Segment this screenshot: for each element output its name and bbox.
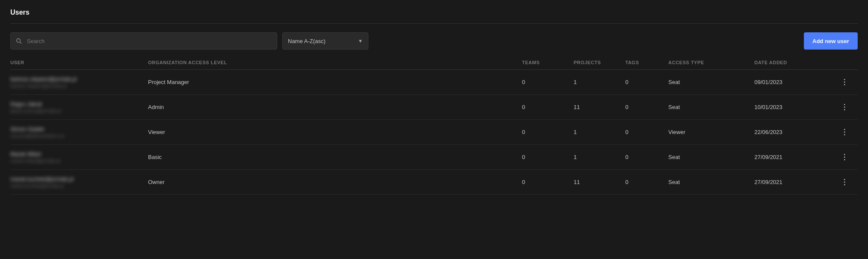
add-new-user-button[interactable]: Add new user: [804, 32, 858, 50]
date-added-cell: 27/09/2021: [754, 179, 840, 185]
date-added-cell: 10/01/2023: [754, 104, 840, 110]
user-cell: Degru Jakub jakub.czarny@jornlab.pl: [10, 101, 148, 113]
row-actions: [840, 127, 858, 137]
sort-dropdown[interactable]: Name A-Z(asc) ▼: [282, 32, 368, 50]
ellipsis-vertical-icon: [844, 129, 845, 135]
table-header: USER ORGANIZATION ACCESS LEVEL TEAMS PRO…: [10, 60, 858, 70]
teams-cell: 0: [522, 129, 574, 135]
org-access-cell: Owner: [148, 179, 522, 185]
col-teams: TEAMS: [522, 60, 574, 65]
tags-cell: 0: [625, 179, 668, 185]
tags-cell: 0: [625, 129, 668, 135]
user-cell: bartosz.stepien@jornlab.pl bartosz.stepi…: [10, 76, 148, 88]
col-access-type: ACCESS TYPE: [668, 60, 754, 65]
teams-cell: 0: [522, 179, 574, 185]
date-added-cell: 27/09/2021: [754, 154, 840, 160]
table-row: Degru Jakub jakub.czarny@jornlab.pl Admi…: [10, 95, 858, 120]
projects-cell: 1: [574, 79, 625, 85]
projects-cell: 11: [574, 104, 625, 110]
more-options-button[interactable]: [840, 127, 849, 137]
date-added-cell: 09/01/2023: [754, 79, 840, 85]
search-icon: [16, 38, 22, 44]
row-actions: [840, 152, 858, 162]
projects-cell: 11: [574, 179, 625, 185]
ellipsis-vertical-icon: [844, 154, 845, 160]
user-email: marek.kuchek@jornlab.pl: [10, 183, 148, 188]
more-options-button[interactable]: [840, 77, 849, 87]
user-email: szymon@kilimandżaro.us: [10, 133, 148, 138]
org-access-cell: Admin: [148, 104, 522, 110]
ellipsis-vertical-icon: [844, 104, 845, 110]
search-wrapper: [10, 32, 277, 50]
row-actions: [840, 102, 858, 112]
user-name: marek.kuchek@jornlab.pl: [10, 176, 148, 182]
access-type-cell: Viewer: [668, 129, 754, 135]
col-date-added: DATE ADDED: [754, 60, 840, 65]
more-options-button[interactable]: [840, 152, 849, 162]
access-type-cell: Seat: [668, 104, 754, 110]
teams-cell: 0: [522, 79, 574, 85]
col-user: USER: [10, 60, 148, 65]
user-email: jakub.czarny@jornlab.pl: [10, 108, 148, 113]
access-type-cell: Seat: [668, 179, 754, 185]
table-body: bartosz.stepien@jornlab.pl bartosz.stepi…: [10, 70, 858, 195]
svg-line-1: [20, 42, 21, 43]
org-access-cell: Viewer: [148, 129, 522, 135]
user-email: marek.milart@jornlab.pl: [10, 158, 148, 163]
user-cell: marek.kuchek@jornlab.pl marek.kuchek@jor…: [10, 176, 148, 188]
access-type-cell: Seat: [668, 79, 754, 85]
teams-cell: 0: [522, 104, 574, 110]
more-options-button[interactable]: [840, 102, 849, 112]
ellipsis-vertical-icon: [844, 79, 845, 85]
toolbar: Name A-Z(asc) ▼ Add new user: [10, 32, 858, 50]
row-actions: [840, 77, 858, 87]
search-input[interactable]: [25, 38, 272, 44]
user-email: bartosz.stepien@jornlab.pl: [10, 83, 148, 88]
sort-dropdown-label: Name A-Z(asc): [288, 38, 355, 44]
table-row: Marek Milart marek.milart@jornlab.pl Bas…: [10, 145, 858, 170]
col-tags: TAGS: [625, 60, 668, 65]
user-name: Degru Jakub: [10, 101, 148, 107]
chevron-down-icon: ▼: [358, 38, 363, 44]
col-org-access: ORGANIZATION ACCESS LEVEL: [148, 60, 522, 65]
projects-cell: 1: [574, 154, 625, 160]
date-added-cell: 22/06/2023: [754, 129, 840, 135]
org-access-cell: Basic: [148, 154, 522, 160]
projects-cell: 1: [574, 129, 625, 135]
tags-cell: 0: [625, 104, 668, 110]
users-table: USER ORGANIZATION ACCESS LEVEL TEAMS PRO…: [10, 60, 858, 195]
table-row: marek.kuchek@jornlab.pl marek.kuchek@jor…: [10, 170, 858, 195]
col-actions: [840, 60, 858, 65]
org-access-cell: Project Manager: [148, 79, 522, 85]
table-row: bartosz.stepien@jornlab.pl bartosz.stepi…: [10, 70, 858, 95]
svg-point-0: [16, 39, 20, 43]
tags-cell: 0: [625, 79, 668, 85]
col-projects: PROJECTS: [574, 60, 625, 65]
user-name: Simon Gadek: [10, 126, 148, 132]
more-options-button[interactable]: [840, 177, 849, 187]
user-cell: Simon Gadek szymon@kilimandżaro.us: [10, 126, 148, 138]
table-row: Simon Gadek szymon@kilimandżaro.us Viewe…: [10, 120, 858, 145]
user-name: bartosz.stepien@jornlab.pl: [10, 76, 148, 82]
tags-cell: 0: [625, 154, 668, 160]
teams-cell: 0: [522, 154, 574, 160]
ellipsis-vertical-icon: [844, 179, 845, 185]
access-type-cell: Seat: [668, 154, 754, 160]
user-cell: Marek Milart marek.milart@jornlab.pl: [10, 151, 148, 163]
row-actions: [840, 177, 858, 187]
user-name: Marek Milart: [10, 151, 148, 157]
page-title: Users: [10, 9, 858, 24]
